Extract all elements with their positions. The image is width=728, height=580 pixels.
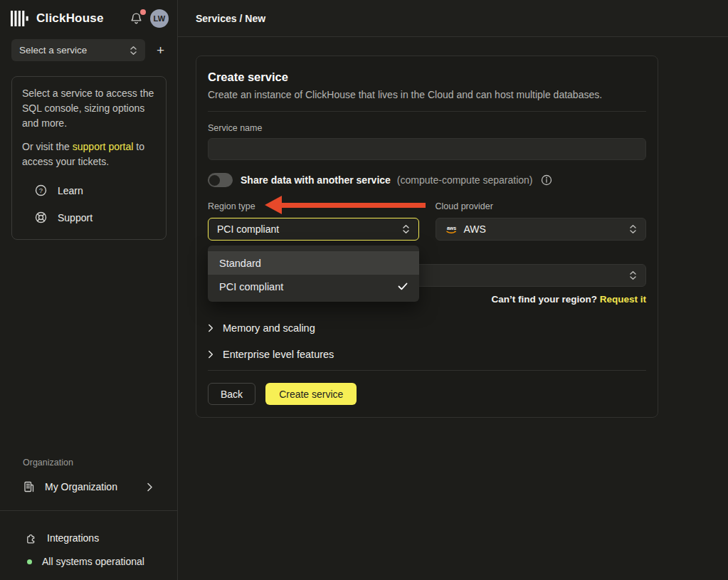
life-buoy-icon bbox=[35, 211, 47, 223]
chevron-right-icon bbox=[208, 350, 213, 359]
dropdown-option-standard[interactable]: Standard bbox=[208, 251, 419, 275]
check-icon bbox=[398, 283, 408, 290]
chevron-right-icon bbox=[208, 324, 213, 332]
dropdown-option-pci-compliant[interactable]: PCI compliant bbox=[208, 275, 419, 298]
create-service-card: Create service Create an instance of Cli… bbox=[196, 56, 658, 418]
organization-name: My Organization bbox=[45, 481, 117, 492]
system-status[interactable]: All systems operational bbox=[27, 555, 177, 568]
page-subtitle: Create an instance of ClickHouse that li… bbox=[208, 89, 646, 100]
breadcrumb: Services / New bbox=[196, 13, 265, 24]
create-service-button[interactable]: Create service bbox=[265, 383, 357, 405]
info-icon[interactable] bbox=[541, 174, 552, 186]
info-text-2: Or visit the support portal to access yo… bbox=[22, 139, 156, 169]
region-type-select[interactable]: PCI compliant bbox=[208, 218, 419, 241]
sidebar-item-support[interactable]: Support bbox=[22, 211, 156, 223]
question-circle-icon: ? bbox=[35, 184, 47, 196]
organization-section-label: Organization bbox=[23, 458, 177, 468]
svg-text:?: ? bbox=[39, 186, 43, 194]
divider bbox=[208, 111, 646, 112]
clickhouse-logo-icon bbox=[11, 10, 30, 27]
section-label: Enterprise level features bbox=[223, 349, 334, 360]
aws-logo-icon: aws bbox=[445, 225, 458, 234]
learn-label: Learn bbox=[58, 185, 83, 196]
service-name-label: Service name bbox=[208, 123, 646, 133]
brand-name: ClickHouse bbox=[36, 11, 104, 26]
service-name-input[interactable] bbox=[208, 138, 646, 160]
section-enterprise-level-features[interactable]: Enterprise level features bbox=[208, 347, 646, 362]
main-content: Create service Create an instance of Cli… bbox=[178, 37, 728, 580]
page-title: Create service bbox=[208, 70, 646, 84]
cloud-provider-select[interactable]: aws AWS bbox=[436, 218, 647, 241]
section-label: Memory and scaling bbox=[223, 322, 315, 334]
divider bbox=[208, 370, 646, 371]
region-type-dropdown: Standard PCI compliant bbox=[208, 246, 419, 302]
svg-text:aws: aws bbox=[446, 226, 455, 231]
sidebar-item-integrations[interactable]: Integrations bbox=[26, 531, 177, 545]
status-label: All systems operational bbox=[42, 556, 144, 567]
section-memory-and-scaling[interactable]: Memory and scaling bbox=[208, 320, 646, 336]
share-data-label: Share data with another service bbox=[241, 174, 391, 186]
request-region-link[interactable]: Request it bbox=[600, 294, 646, 305]
notification-dot bbox=[140, 9, 146, 15]
chevron-updown-icon bbox=[130, 46, 137, 56]
info-text-1: Select a service to access the SQL conso… bbox=[22, 86, 156, 131]
chevron-updown-icon bbox=[629, 270, 637, 280]
support-label: Support bbox=[58, 212, 93, 223]
chevron-updown-icon bbox=[402, 224, 410, 234]
sidebar: ClickHouse LW Select a service + bbox=[0, 0, 178, 580]
puzzle-icon bbox=[26, 532, 38, 544]
add-service-button[interactable]: + bbox=[154, 42, 167, 58]
status-green-dot bbox=[27, 559, 32, 564]
user-avatar[interactable]: LW bbox=[150, 9, 169, 28]
my-organization-button[interactable]: My Organization bbox=[23, 478, 153, 495]
sidebar-item-learn[interactable]: ? Learn bbox=[22, 184, 156, 196]
service-select[interactable]: Select a service bbox=[11, 39, 145, 61]
building-icon bbox=[23, 480, 36, 493]
share-data-toggle[interactable] bbox=[208, 173, 233, 187]
service-info-card: Select a service to access the SQL conso… bbox=[11, 76, 167, 240]
service-select-value: Select a service bbox=[19, 45, 87, 56]
back-button[interactable]: Back bbox=[208, 383, 255, 405]
chevron-updown-icon bbox=[629, 224, 637, 234]
cloud-provider-label: Cloud provider bbox=[436, 201, 647, 213]
cloud-provider-value: AWS bbox=[464, 223, 486, 235]
topbar: Services / New bbox=[178, 0, 728, 37]
chevron-right-icon bbox=[147, 483, 153, 492]
integrations-label: Integrations bbox=[47, 532, 99, 544]
sidebar-header: ClickHouse LW bbox=[0, 0, 177, 36]
region-type-label: Region type bbox=[208, 201, 419, 213]
share-data-hint: (compute-compute separation) bbox=[397, 174, 533, 186]
sidebar-divider bbox=[0, 510, 177, 511]
support-portal-link[interactable]: support portal bbox=[73, 141, 134, 152]
notifications-button[interactable] bbox=[129, 11, 144, 26]
toggle-knob bbox=[209, 175, 220, 186]
region-type-value: PCI compliant bbox=[217, 223, 279, 235]
